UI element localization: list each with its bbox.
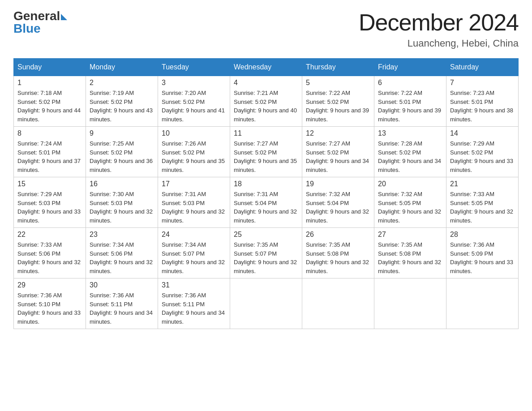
calendar-table: SundayMondayTuesdayWednesdayThursdayFrid…: [13, 58, 519, 329]
day-info: Sunrise: 7:29 AMSunset: 5:03 PMDaylight:…: [17, 190, 82, 225]
calendar-week-row: 22 Sunrise: 7:33 AMSunset: 5:06 PMDaylig…: [14, 228, 519, 278]
calendar-cell: 31 Sunrise: 7:36 AMSunset: 5:11 PMDaylig…: [158, 278, 230, 329]
day-info: Sunrise: 7:35 AMSunset: 5:07 PMDaylight:…: [234, 240, 298, 275]
calendar-cell: 24 Sunrise: 7:34 AMSunset: 5:07 PMDaylig…: [158, 228, 230, 278]
calendar-header-wednesday: Wednesday: [230, 59, 302, 76]
day-number: 31: [162, 281, 226, 289]
day-number: 22: [17, 231, 82, 239]
day-info: Sunrise: 7:22 AMSunset: 5:02 PMDaylight:…: [306, 89, 370, 124]
day-number: 21: [450, 180, 515, 188]
day-number: 8: [17, 129, 82, 137]
calendar-cell: 6 Sunrise: 7:22 AMSunset: 5:01 PMDayligh…: [374, 76, 446, 127]
day-number: 18: [234, 180, 298, 188]
calendar-cell: 26 Sunrise: 7:35 AMSunset: 5:08 PMDaylig…: [302, 228, 374, 278]
day-info: Sunrise: 7:22 AMSunset: 5:01 PMDaylight:…: [378, 89, 442, 124]
calendar-cell: 14 Sunrise: 7:29 AMSunset: 5:02 PMDaylig…: [446, 127, 519, 177]
calendar-week-row: 15 Sunrise: 7:29 AMSunset: 5:03 PMDaylig…: [14, 177, 519, 228]
day-number: 29: [17, 281, 82, 289]
day-info: Sunrise: 7:35 AMSunset: 5:08 PMDaylight:…: [378, 240, 442, 275]
calendar-header-row: SundayMondayTuesdayWednesdayThursdayFrid…: [14, 59, 519, 76]
calendar-cell: 3 Sunrise: 7:20 AMSunset: 5:02 PMDayligh…: [158, 76, 230, 127]
day-number: 15: [17, 180, 82, 188]
day-number: 25: [234, 231, 298, 239]
day-info: Sunrise: 7:32 AMSunset: 5:04 PMDaylight:…: [306, 190, 370, 225]
calendar-cell: 16 Sunrise: 7:30 AMSunset: 5:03 PMDaylig…: [86, 177, 158, 228]
day-number: 19: [306, 180, 370, 188]
calendar-cell: 9 Sunrise: 7:25 AMSunset: 5:02 PMDayligh…: [86, 127, 158, 177]
calendar-cell: 28 Sunrise: 7:36 AMSunset: 5:09 PMDaylig…: [446, 228, 519, 278]
logo: General Blue: [13, 9, 67, 36]
calendar-cell: 4 Sunrise: 7:21 AMSunset: 5:02 PMDayligh…: [230, 76, 302, 127]
calendar-header-thursday: Thursday: [302, 59, 374, 76]
day-info: Sunrise: 7:32 AMSunset: 5:05 PMDaylight:…: [378, 190, 442, 225]
day-info: Sunrise: 7:36 AMSunset: 5:11 PMDaylight:…: [90, 291, 154, 326]
calendar-cell: 7 Sunrise: 7:23 AMSunset: 5:01 PMDayligh…: [446, 76, 519, 127]
day-info: Sunrise: 7:34 AMSunset: 5:07 PMDaylight:…: [162, 240, 226, 275]
calendar-header-monday: Monday: [86, 59, 158, 76]
calendar-cell: 27 Sunrise: 7:35 AMSunset: 5:08 PMDaylig…: [374, 228, 446, 278]
day-info: Sunrise: 7:18 AMSunset: 5:02 PMDaylight:…: [17, 89, 82, 124]
day-number: 10: [162, 129, 226, 137]
day-number: 11: [234, 129, 298, 137]
day-info: Sunrise: 7:31 AMSunset: 5:04 PMDaylight:…: [234, 190, 298, 225]
calendar-cell: 10 Sunrise: 7:26 AMSunset: 5:02 PMDaylig…: [158, 127, 230, 177]
calendar-cell: 1 Sunrise: 7:18 AMSunset: 5:02 PMDayligh…: [14, 76, 86, 127]
calendar-cell: 20 Sunrise: 7:32 AMSunset: 5:05 PMDaylig…: [374, 177, 446, 228]
day-number: 27: [378, 231, 442, 239]
title-section: December 2024 Luancheng, Hebei, China: [359, 9, 519, 49]
day-number: 7: [450, 79, 515, 87]
day-info: Sunrise: 7:26 AMSunset: 5:02 PMDaylight:…: [162, 139, 226, 174]
day-number: 9: [90, 129, 154, 137]
calendar-header-sunday: Sunday: [14, 59, 86, 76]
day-info: Sunrise: 7:36 AMSunset: 5:09 PMDaylight:…: [450, 240, 515, 275]
calendar-cell: [230, 278, 302, 329]
calendar-cell: 22 Sunrise: 7:33 AMSunset: 5:06 PMDaylig…: [14, 228, 86, 278]
day-number: 13: [378, 129, 442, 137]
day-number: 17: [162, 180, 226, 188]
day-info: Sunrise: 7:27 AMSunset: 5:02 PMDaylight:…: [306, 139, 370, 174]
day-info: Sunrise: 7:25 AMSunset: 5:02 PMDaylight:…: [90, 139, 154, 174]
day-number: 16: [90, 180, 154, 188]
day-number: 30: [90, 281, 154, 289]
calendar-cell: 15 Sunrise: 7:29 AMSunset: 5:03 PMDaylig…: [14, 177, 86, 228]
calendar-cell: 17 Sunrise: 7:31 AMSunset: 5:03 PMDaylig…: [158, 177, 230, 228]
day-info: Sunrise: 7:36 AMSunset: 5:10 PMDaylight:…: [17, 291, 82, 326]
calendar-cell: [446, 278, 519, 329]
calendar-cell: [374, 278, 446, 329]
day-number: 6: [378, 79, 442, 87]
calendar-cell: 18 Sunrise: 7:31 AMSunset: 5:04 PMDaylig…: [230, 177, 302, 228]
day-info: Sunrise: 7:34 AMSunset: 5:06 PMDaylight:…: [90, 240, 154, 275]
day-info: Sunrise: 7:24 AMSunset: 5:01 PMDaylight:…: [17, 139, 82, 174]
day-number: 2: [90, 79, 154, 87]
calendar-cell: 29 Sunrise: 7:36 AMSunset: 5:10 PMDaylig…: [14, 278, 86, 329]
month-year-title: December 2024: [359, 9, 519, 36]
day-number: 24: [162, 231, 226, 239]
calendar-cell: 12 Sunrise: 7:27 AMSunset: 5:02 PMDaylig…: [302, 127, 374, 177]
calendar-cell: 23 Sunrise: 7:34 AMSunset: 5:06 PMDaylig…: [86, 228, 158, 278]
day-number: 23: [90, 231, 154, 239]
day-info: Sunrise: 7:27 AMSunset: 5:02 PMDaylight:…: [234, 139, 298, 174]
day-info: Sunrise: 7:20 AMSunset: 5:02 PMDaylight:…: [162, 89, 226, 124]
day-number: 3: [162, 79, 226, 87]
day-number: 14: [450, 129, 515, 137]
logo-arrow-icon: [61, 14, 67, 20]
day-info: Sunrise: 7:35 AMSunset: 5:08 PMDaylight:…: [306, 240, 370, 275]
calendar-header-saturday: Saturday: [446, 59, 519, 76]
day-number: 20: [378, 180, 442, 188]
day-number: 5: [306, 79, 370, 87]
day-info: Sunrise: 7:36 AMSunset: 5:11 PMDaylight:…: [162, 291, 226, 326]
day-number: 12: [306, 129, 370, 137]
calendar-cell: 13 Sunrise: 7:28 AMSunset: 5:02 PMDaylig…: [374, 127, 446, 177]
day-info: Sunrise: 7:33 AMSunset: 5:06 PMDaylight:…: [17, 240, 82, 275]
calendar-header-tuesday: Tuesday: [158, 59, 230, 76]
calendar-cell: [302, 278, 374, 329]
day-number: 26: [306, 231, 370, 239]
calendar-cell: 30 Sunrise: 7:36 AMSunset: 5:11 PMDaylig…: [86, 278, 158, 329]
calendar-week-row: 1 Sunrise: 7:18 AMSunset: 5:02 PMDayligh…: [14, 76, 519, 127]
calendar-week-row: 8 Sunrise: 7:24 AMSunset: 5:01 PMDayligh…: [14, 127, 519, 177]
day-info: Sunrise: 7:30 AMSunset: 5:03 PMDaylight:…: [90, 190, 154, 225]
day-info: Sunrise: 7:23 AMSunset: 5:01 PMDaylight:…: [450, 89, 515, 124]
logo-blue-text: Blue: [13, 21, 41, 36]
calendar-week-row: 29 Sunrise: 7:36 AMSunset: 5:10 PMDaylig…: [14, 278, 519, 329]
calendar-cell: 19 Sunrise: 7:32 AMSunset: 5:04 PMDaylig…: [302, 177, 374, 228]
